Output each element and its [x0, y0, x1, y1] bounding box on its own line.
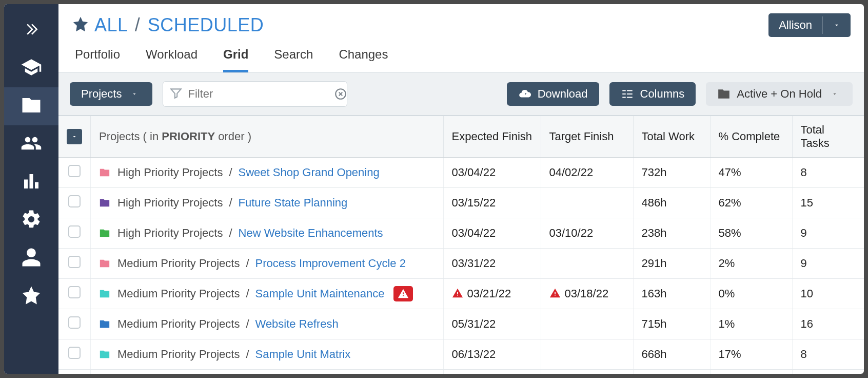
column-header-projects[interactable]: Projects ( in PRIORITY order )	[91, 116, 444, 158]
path-separator: /	[229, 196, 232, 210]
row-checkbox[interactable]	[68, 225, 81, 238]
sidebar-item-favorites[interactable]	[4, 277, 58, 315]
path-separator: /	[246, 287, 249, 300]
cell-total-work: 732h	[633, 158, 710, 188]
cell-total-work: 291h	[633, 249, 710, 279]
tab-search[interactable]: Search	[274, 44, 313, 72]
titlebar: ALL / SCHEDULED Allison	[58, 4, 864, 39]
column-header-total-work[interactable]: Total Work	[633, 116, 710, 158]
project-cell: Medium Priority Projects / Website Refre…	[99, 317, 435, 331]
column-header-target-finish[interactable]: Target Finish	[541, 116, 633, 158]
cell-percent-complete: 0%	[710, 279, 792, 309]
bar-chart-icon	[21, 171, 42, 194]
cell-percent-complete: 0%	[710, 370, 792, 374]
row-checkbox[interactable]	[68, 286, 81, 298]
table-row: High Priority Projects / Future State Pl…	[58, 188, 864, 218]
columns-button[interactable]: Columns	[609, 82, 696, 106]
cell-total-work: 163h	[633, 279, 710, 309]
projects-dropdown-button[interactable]: Projects	[70, 82, 152, 106]
alert-badge[interactable]	[393, 286, 413, 301]
sidebar-expand-button[interactable]	[4, 11, 58, 49]
sidebar-item-projects[interactable]	[4, 87, 58, 125]
table-row: High Priority Projects / New Website Enh…	[58, 218, 864, 249]
sidebar-item-reports[interactable]	[4, 163, 58, 201]
tab-portfolio[interactable]: Portfolio	[75, 44, 120, 72]
project-link[interactable]: Sweet Shop Grand Opening	[239, 166, 380, 179]
folder-icon	[717, 87, 731, 101]
row-checkbox[interactable]	[68, 316, 81, 329]
row-checkbox[interactable]	[68, 256, 81, 268]
cell-target-finish	[541, 309, 633, 339]
col-projects-strong: PRIORITY	[162, 130, 215, 143]
cell-percent-complete: 1%	[710, 309, 792, 339]
cell-expected-finish: 06/15/22	[443, 370, 541, 374]
cell-total-tasks: 8	[792, 339, 864, 370]
column-header-total-tasks[interactable]: Total Tasks	[792, 116, 864, 158]
table-row: High Priority Projects / Sweet Shop Gran…	[58, 158, 864, 188]
cell-target-finish	[541, 188, 633, 218]
cell-total-tasks: 8	[792, 158, 864, 188]
folder-icon	[21, 94, 42, 118]
cell-percent-complete: 62%	[710, 188, 792, 218]
project-link[interactable]: Website Refresh	[255, 317, 339, 331]
project-path: Medium Priority Projects	[117, 348, 240, 361]
cell-expected-finish: 03/31/22	[443, 249, 541, 279]
column-header-percent-complete[interactable]: % Complete	[710, 116, 792, 158]
row-checkbox[interactable]	[68, 165, 81, 177]
project-path: Medium Priority Projects	[117, 257, 240, 270]
project-link[interactable]: Future State Planning	[239, 196, 348, 210]
path-separator: /	[246, 317, 249, 331]
status-filter-dropdown[interactable]: Active + On Hold	[706, 82, 853, 106]
cell-total-work: 486h	[633, 188, 710, 218]
row-checkbox[interactable]	[68, 347, 81, 359]
project-link[interactable]: Sample Unit Maintenance	[255, 287, 385, 300]
sidebar-item-profile[interactable]	[4, 239, 58, 277]
download-button[interactable]: Download	[507, 82, 599, 106]
path-separator: /	[229, 226, 232, 240]
cell-total-tasks: 9	[792, 249, 864, 279]
folder-icon	[99, 318, 110, 330]
project-link[interactable]: New Website Enhancements	[239, 226, 383, 240]
filter-input[interactable]	[188, 87, 329, 101]
project-link[interactable]: Process Improvement Cycle 2	[255, 257, 406, 270]
projects-dropdown-label: Projects	[81, 87, 122, 101]
path-separator: /	[229, 166, 232, 179]
cell-total-work: 238h	[633, 218, 710, 249]
project-cell: Medium Priority Projects / Sample Unit M…	[99, 286, 435, 301]
page-title: ALL / SCHEDULED	[94, 14, 264, 36]
user-name-label: Allison	[768, 13, 822, 37]
tab-changes[interactable]: Changes	[339, 44, 388, 72]
project-path: Medium Priority Projects	[117, 317, 240, 331]
user-menu-dropdown[interactable]: Allison	[768, 13, 851, 37]
folder-icon	[99, 288, 110, 299]
cell-target-finish: 03/10/22	[541, 218, 633, 249]
col-projects-prefix: Projects ( in	[99, 130, 162, 143]
cell-expected-finish: 03/04/22	[443, 158, 541, 188]
cell-total-work: 668h	[633, 339, 710, 370]
alert-icon	[452, 287, 467, 300]
columns-icon	[621, 87, 634, 101]
clear-filter-button[interactable]	[334, 87, 347, 101]
cell-target-finish	[541, 249, 633, 279]
sidebar-item-settings[interactable]	[4, 201, 58, 239]
sidebar	[4, 4, 58, 374]
download-label: Download	[538, 87, 588, 101]
header-menu-button[interactable]	[67, 129, 82, 144]
path-separator: /	[246, 257, 249, 270]
project-path: Medium Priority Projects	[117, 287, 240, 300]
breadcrumb-current[interactable]: SCHEDULED	[148, 14, 264, 35]
caret-down-icon	[822, 16, 851, 34]
sidebar-item-academy[interactable]	[4, 49, 58, 87]
breadcrumb-root[interactable]: ALL	[94, 14, 127, 35]
table-row: Medium Priority Projects / Website Refre…	[58, 309, 864, 339]
tab-grid[interactable]: Grid	[223, 44, 248, 72]
cell-total-work: 546h	[633, 370, 710, 374]
project-link[interactable]: Sample Unit Matrix	[255, 348, 351, 361]
column-header-expected-finish[interactable]: Expected Finish	[443, 116, 541, 158]
project-cell: Medium Priority Projects / Process Impro…	[99, 257, 435, 270]
sidebar-item-people[interactable]	[4, 125, 58, 163]
row-checkbox[interactable]	[68, 195, 81, 207]
caret-down-icon	[828, 87, 841, 101]
tab-workload[interactable]: Workload	[146, 44, 198, 72]
favorite-star-button[interactable]	[72, 15, 89, 35]
